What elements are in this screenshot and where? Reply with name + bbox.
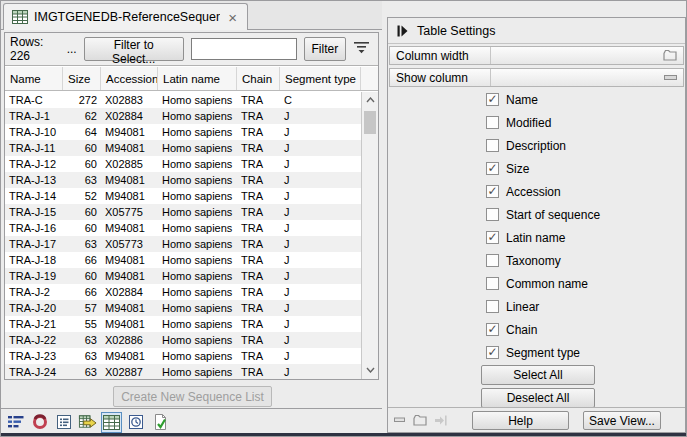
table-row[interactable]: TRA-J-1160M94081Homo sapiensTRAJ (5, 140, 361, 156)
dock-icon[interactable] (434, 415, 447, 426)
scroll-up-icon[interactable] (362, 92, 378, 108)
save-view-button[interactable]: Save View... (583, 411, 661, 430)
show-column-option-linear[interactable]: Linear (388, 295, 685, 318)
table-row[interactable]: TRA-J-1064M94081Homo sapiensTRAJ (5, 124, 361, 140)
select-all-button[interactable]: Select All (481, 365, 595, 385)
show-column-option-start-of-sequence[interactable]: Start of sequence (388, 203, 685, 226)
column-header-accession[interactable]: Accession (101, 67, 158, 90)
checkbox-label: Chain (506, 323, 537, 337)
cell-size: 60 (63, 220, 101, 236)
cell-name: TRA-J-17 (5, 236, 63, 252)
checkbox-unchecked-icon[interactable] (486, 277, 499, 290)
table-row[interactable]: TRA-J-1452M94081Homo sapiensTRAJ (5, 188, 361, 204)
collapse-icon[interactable] (394, 417, 406, 423)
column-header-latin-name[interactable]: Latin name (158, 67, 237, 90)
show-column-option-description[interactable]: Description (388, 134, 685, 157)
table-row[interactable]: TRA-J-1363M94081Homo sapiensTRAJ (5, 172, 361, 188)
cell-latin_name: Homo sapiens (158, 268, 237, 284)
show-column-option-segment-type[interactable]: ✓Segment type (388, 341, 685, 364)
checkbox-unchecked-icon[interactable] (486, 300, 499, 313)
table-row[interactable]: TRA-J-1763X05773Homo sapiensTRAJ (5, 236, 361, 252)
table-export-icon[interactable] (77, 412, 98, 433)
text-view-icon[interactable] (53, 412, 74, 433)
column-header-chain[interactable]: Chain (237, 67, 280, 90)
checkbox-unchecked-icon[interactable] (486, 116, 499, 129)
table-settings-header[interactable]: Table Settings (388, 18, 685, 44)
cell-name: TRA-J-15 (5, 204, 63, 220)
filter-button[interactable]: Filter (304, 37, 346, 61)
cell-size: 63 (63, 236, 101, 252)
table-body: TRA-C272X02883Homo sapiensTRACTRA-J-162X… (5, 92, 361, 379)
column-header-name[interactable]: Name (5, 67, 63, 90)
create-new-sequence-list-button[interactable]: Create New Sequence List (113, 386, 272, 407)
show-column-option-taxonomy[interactable]: Taxonomy (388, 249, 685, 272)
cell-segment_type: J (280, 284, 361, 300)
table-row[interactable]: TRA-J-2463X02887Homo sapiensTRAJ (5, 364, 361, 379)
table-row[interactable]: TRA-J-2057M94081Homo sapiensTRAJ (5, 300, 361, 316)
table-row[interactable]: TRA-J-1660M94081Homo sapiensTRAJ (5, 220, 361, 236)
table-settings-panel: Table Settings Column width Show column … (387, 17, 686, 433)
element-info-icon[interactable] (149, 412, 170, 433)
deselect-all-button[interactable]: Deselect All (481, 388, 595, 408)
cell-accession: X02884 (101, 284, 158, 300)
show-column-option-accession[interactable]: ✓Accession (388, 180, 685, 203)
collapse-icon[interactable] (664, 75, 677, 81)
folder-icon[interactable] (413, 415, 427, 426)
tab-imgtgenedb[interactable]: IMGTGENEDB-ReferenceSequences... × (3, 3, 248, 30)
show-column-option-common-name[interactable]: Common name (388, 272, 685, 295)
table-view-icon[interactable] (101, 412, 122, 433)
checkbox-label: Name (506, 93, 538, 107)
checkbox-unchecked-icon[interactable] (486, 208, 499, 221)
column-header-size[interactable]: Size (63, 67, 101, 90)
list-view-icon[interactable] (5, 412, 26, 433)
show-column-option-name[interactable]: ✓Name (388, 88, 685, 111)
cell-size: 66 (63, 252, 101, 268)
table-row[interactable]: TRA-J-2363M94081Homo sapiensTRAJ (5, 348, 361, 364)
circular-view-icon[interactable] (29, 412, 50, 433)
sidepanel-toggle-icon[interactable] (397, 25, 408, 37)
table-row[interactable]: TRA-C272X02883Homo sapiensTRAC (5, 92, 361, 108)
table-row[interactable]: TRA-J-266X02884Homo sapiensTRAJ (5, 284, 361, 300)
filter-to-select-button[interactable]: Filter to Select... (84, 37, 184, 61)
table-row[interactable]: TRA-J-2155M94081Homo sapiensTRAJ (5, 316, 361, 332)
filter-dropdown-icon[interactable] (353, 41, 370, 57)
section-show-column[interactable]: Show column (389, 68, 684, 87)
show-column-option-modified[interactable]: Modified (388, 111, 685, 134)
cell-size: 272 (63, 92, 101, 108)
show-column-option-latin-name[interactable]: ✓Latin name (388, 226, 685, 249)
help-button[interactable]: Help (472, 411, 569, 430)
show-column-option-chain[interactable]: ✓Chain (388, 318, 685, 341)
vertical-scrollbar[interactable] (361, 92, 378, 379)
checkbox-checked-icon[interactable]: ✓ (486, 346, 499, 359)
folder-icon[interactable] (663, 50, 677, 61)
history-view-icon[interactable] (125, 412, 146, 433)
scroll-down-icon[interactable] (362, 362, 378, 378)
cell-name: TRA-J-23 (5, 348, 63, 364)
table-row[interactable]: TRA-J-1560X05775Homo sapiensTRAJ (5, 204, 361, 220)
table-row[interactable]: TRA-J-2263X02886Homo sapiensTRAJ (5, 332, 361, 348)
checkbox-checked-icon[interactable]: ✓ (486, 162, 499, 175)
show-column-option-size[interactable]: ✓Size (388, 157, 685, 180)
checkbox-unchecked-icon[interactable] (486, 139, 499, 152)
cell-segment_type: J (280, 188, 361, 204)
cell-latin_name: Homo sapiens (158, 172, 237, 188)
table-row[interactable]: TRA-J-162X02884Homo sapiensTRAJ (5, 108, 361, 124)
cell-chain: TRA (237, 268, 280, 284)
cell-size: 60 (63, 156, 101, 172)
checkbox-unchecked-icon[interactable] (486, 254, 499, 267)
checkbox-checked-icon[interactable]: ✓ (486, 93, 499, 106)
cell-chain: TRA (237, 92, 280, 108)
cell-name: TRA-J-20 (5, 300, 63, 316)
close-icon[interactable]: × (226, 10, 239, 25)
filter-input[interactable] (191, 38, 297, 60)
table-row[interactable]: TRA-J-1866M94081Homo sapiensTRAJ (5, 252, 361, 268)
table-row[interactable]: TRA-J-1960M94081Homo sapiensTRAJ (5, 268, 361, 284)
checkbox-checked-icon[interactable]: ✓ (486, 323, 499, 336)
table-row[interactable]: TRA-J-1260X02885Homo sapiensTRAJ (5, 156, 361, 172)
scrollbar-thumb[interactable] (364, 111, 376, 134)
cell-chain: TRA (237, 204, 280, 220)
checkbox-checked-icon[interactable]: ✓ (486, 231, 499, 244)
section-column-width[interactable]: Column width (389, 46, 684, 65)
checkbox-checked-icon[interactable]: ✓ (486, 185, 499, 198)
column-header-segment-type[interactable]: Segment type (280, 67, 361, 90)
